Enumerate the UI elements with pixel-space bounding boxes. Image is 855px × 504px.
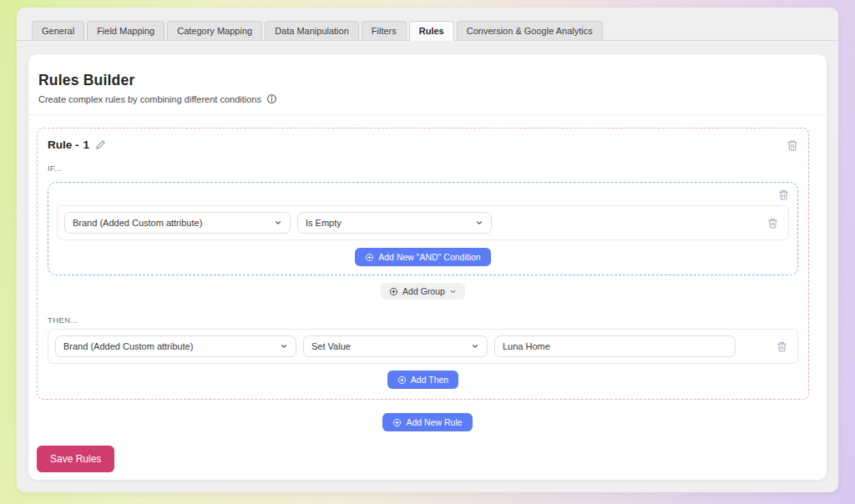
chevron-down-icon (475, 219, 483, 227)
then-action-value: Set Value (311, 341, 351, 351)
tab-rules[interactable]: Rules (409, 21, 454, 41)
tab-conversion-google-analytics[interactable]: Conversion & Google Analytics (457, 21, 603, 41)
chevron-down-icon (280, 342, 288, 350)
chevron-down-icon (471, 342, 479, 350)
tab-data-manipulation[interactable]: Data Manipulation (265, 21, 359, 41)
delete-group-icon[interactable] (778, 189, 789, 202)
rule-title: Rule - (48, 139, 79, 151)
then-field-select[interactable]: Brand (Added Custom attribute) (55, 335, 296, 357)
circle-plus-icon (389, 287, 398, 296)
save-rules-button[interactable]: Save Rules (37, 446, 114, 472)
circle-plus-icon (365, 253, 374, 262)
main-panel: General Field Mapping Category Mapping D… (17, 8, 838, 492)
circle-plus-icon (392, 418, 402, 427)
rule-header: Rule - 1 (48, 139, 798, 151)
if-field-select[interactable]: Brand (Added Custom attribute) (64, 212, 291, 234)
rule-block: Rule - 1 IF... (37, 128, 809, 400)
delete-rule-icon[interactable] (787, 139, 798, 151)
add-and-condition-button[interactable]: Add New "AND" Condition (355, 248, 490, 266)
tab-category-mapping[interactable]: Category Mapping (167, 21, 262, 41)
edit-rule-name-icon[interactable] (95, 139, 106, 150)
tab-bar: General Field Mapping Category Mapping D… (17, 8, 838, 41)
chevron-down-icon (449, 288, 457, 295)
condition-group: Brand (Added Custom attribute) Is Empty (48, 182, 798, 275)
add-then-button[interactable]: Add Then (387, 370, 458, 389)
then-action-select[interactable]: Set Value (303, 335, 488, 357)
add-and-condition-label: Add New "AND" Condition (378, 252, 480, 262)
info-icon[interactable] (266, 93, 277, 104)
then-field-value: Brand (Added Custom attribute) (63, 341, 193, 351)
tab-general[interactable]: General (32, 21, 84, 41)
rule-number: 1 (83, 139, 90, 151)
if-field-value: Brand (Added Custom attribute) (73, 218, 202, 228)
condition-row: Brand (Added Custom attribute) Is Empty (57, 205, 789, 240)
delete-condition-icon[interactable] (767, 218, 778, 229)
delete-then-icon[interactable] (777, 341, 787, 352)
page-title: Rules Builder (38, 72, 817, 89)
page-subtitle: Create complex rules by combining differ… (38, 94, 261, 104)
add-new-rule-button[interactable]: Add New Rule (382, 413, 472, 431)
rules-builder-card: Rules Builder Create complex rules by co… (28, 54, 827, 480)
circle-plus-icon (397, 375, 407, 385)
card-header: Rules Builder Create complex rules by co… (28, 54, 827, 114)
add-group-button[interactable]: Add Group (381, 283, 465, 300)
chevron-down-icon (274, 219, 282, 227)
add-new-rule-label: Add New Rule (406, 417, 462, 427)
then-value-input[interactable] (494, 335, 736, 357)
if-operator-select[interactable]: Is Empty (297, 212, 492, 234)
if-label: IF... (48, 164, 798, 173)
then-label: THEN... (48, 315, 798, 325)
tab-field-mapping[interactable]: Field Mapping (87, 21, 164, 41)
header-divider (28, 114, 827, 115)
then-row: Brand (Added Custom attribute) Set Value (48, 329, 798, 364)
add-then-label: Add Then (411, 375, 448, 385)
tab-filters[interactable]: Filters (362, 21, 407, 41)
add-group-label: Add Group (402, 286, 445, 296)
if-operator-value: Is Empty (306, 218, 341, 228)
